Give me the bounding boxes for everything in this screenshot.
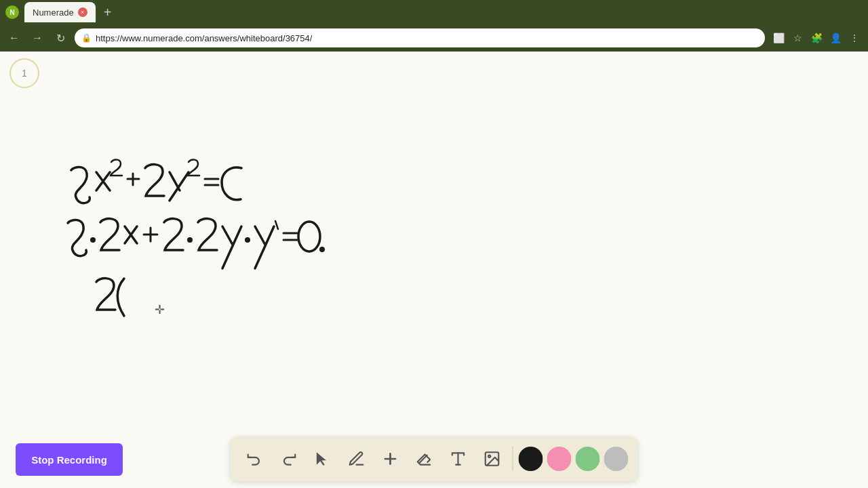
svg-point-4 bbox=[319, 247, 325, 252]
cast-icon[interactable]: ⬜ bbox=[770, 30, 787, 46]
color-black-swatch[interactable] bbox=[519, 447, 543, 471]
url-text: https://www.numerade.com/answers/whitebo… bbox=[96, 33, 312, 43]
profile-icon[interactable]: 👤 bbox=[827, 30, 844, 46]
forward-button[interactable]: → bbox=[28, 29, 46, 47]
stop-recording-button[interactable]: Stop Recording bbox=[16, 443, 123, 476]
whiteboard[interactable]: 1 bbox=[0, 52, 868, 488]
color-gray-swatch[interactable] bbox=[604, 447, 629, 471]
image-tool-button[interactable] bbox=[477, 444, 507, 474]
color-pink-swatch[interactable] bbox=[547, 447, 572, 471]
extensions-icon[interactable]: 🧩 bbox=[808, 30, 825, 46]
add-button[interactable] bbox=[376, 444, 406, 474]
undo-button[interactable] bbox=[240, 444, 270, 474]
address-bar: ← → ↻ 🔒 https://www.numerade.com/answers… bbox=[0, 24, 868, 52]
bottom-toolbar bbox=[231, 436, 638, 481]
math-content bbox=[0, 52, 868, 488]
eraser-tool-button[interactable] bbox=[410, 444, 439, 474]
text-tool-button[interactable] bbox=[443, 444, 473, 474]
tab-bar: N Numerade × + bbox=[0, 0, 868, 24]
new-tab-button[interactable]: + bbox=[98, 3, 117, 22]
svg-point-11 bbox=[488, 455, 490, 458]
color-green-swatch[interactable] bbox=[576, 447, 600, 471]
browser-chrome: N Numerade × + ← → ↻ 🔒 https://www.numer… bbox=[0, 0, 868, 52]
url-bar[interactable]: 🔒 https://www.numerade.com/answers/white… bbox=[75, 28, 765, 47]
svg-point-3 bbox=[298, 222, 320, 251]
bookmark-icon[interactable]: ☆ bbox=[789, 30, 806, 46]
svg-point-2 bbox=[245, 237, 250, 243]
select-tool-button[interactable] bbox=[308, 444, 338, 474]
redo-button[interactable] bbox=[274, 444, 304, 474]
active-tab[interactable]: Numerade × bbox=[24, 2, 96, 22]
svg-point-0 bbox=[90, 237, 96, 243]
lock-icon: 🔒 bbox=[81, 33, 92, 43]
pen-tool-button[interactable] bbox=[342, 444, 372, 474]
more-icon[interactable]: ⋮ bbox=[846, 30, 863, 46]
tab-title: Numerade bbox=[33, 7, 74, 18]
svg-point-1 bbox=[187, 237, 193, 243]
toolbar-separator bbox=[513, 447, 513, 471]
reload-button[interactable]: ↻ bbox=[52, 29, 69, 47]
browser-logo: N bbox=[5, 5, 19, 19]
tab-close-button[interactable]: × bbox=[78, 7, 87, 17]
browser-toolbar-right: ⬜ ☆ 🧩 👤 ⋮ bbox=[770, 30, 863, 46]
back-button[interactable]: ← bbox=[5, 29, 23, 47]
